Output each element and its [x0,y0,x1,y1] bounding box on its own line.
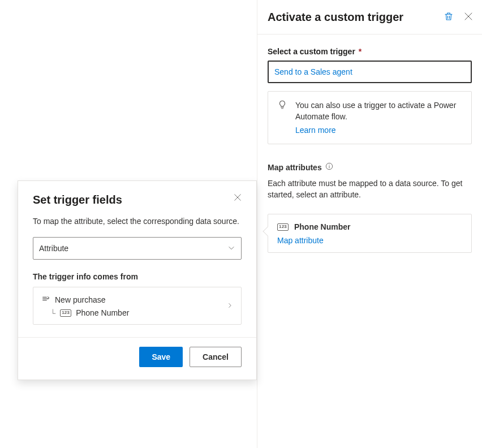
panel-header: Activate a custom trigger [257,0,482,35]
attribute-dropdown[interactable]: Attribute [33,237,242,260]
delete-button[interactable] [444,11,454,23]
dropdown-value: Attribute [39,244,68,253]
panel-title: Activate a custom trigger [268,9,444,25]
close-panel-button[interactable] [464,12,473,23]
required-asterisk: * [359,47,361,56]
learn-more-link[interactable]: Learn more [295,124,336,136]
trigger-source-heading: The trigger info comes from [33,272,242,281]
close-icon [234,193,242,203]
save-button[interactable]: Save [139,347,183,367]
set-trigger-fields-modal: Set trigger fields To map the attribute,… [18,180,257,380]
close-modal-button[interactable] [234,193,242,203]
right-panel: Activate a custom trigger Select a custo… [257,0,482,448]
trigger-icon [41,294,50,305]
callout-text: You can also use a trigger to activate a… [295,101,456,121]
close-icon [464,12,473,23]
info-icon[interactable] [325,162,333,172]
info-callout: You can also use a trigger to activate a… [268,91,472,144]
number-type-icon: 123 [277,223,289,231]
card-pointer [263,227,273,236]
modal-description: To map the attribute, select the corresp… [33,216,242,227]
chevron-down-icon [227,244,235,253]
attribute-name: Phone Number [294,222,351,231]
modal-title: Set trigger fields [33,193,234,206]
map-attribute-link[interactable]: Map attribute [277,236,324,245]
custom-trigger-value: Send to a Sales agent [274,67,352,76]
trash-icon [444,11,454,23]
custom-trigger-select[interactable]: Send to a Sales agent [268,61,472,83]
attribute-card[interactable]: 123 Phone Number Map attribute [268,214,472,253]
map-attributes-heading: Map attributes [268,162,472,172]
trigger-source-child: Phone Number [76,308,129,317]
trigger-source-root: New purchase [55,295,106,304]
modal-footer: Save Cancel [18,337,256,380]
map-attributes-desc: Each attribute must be mapped to a data … [268,178,472,200]
tree-connector-icon: └ [50,309,55,317]
cancel-button[interactable]: Cancel [190,347,242,367]
chevron-right-icon [226,301,233,311]
select-trigger-label: Select a custom trigger * [268,47,472,56]
lightbulb-icon [277,100,287,136]
number-type-icon: 123 [60,309,71,317]
trigger-source-card[interactable]: New purchase └ 123 Phone Number [33,287,242,325]
